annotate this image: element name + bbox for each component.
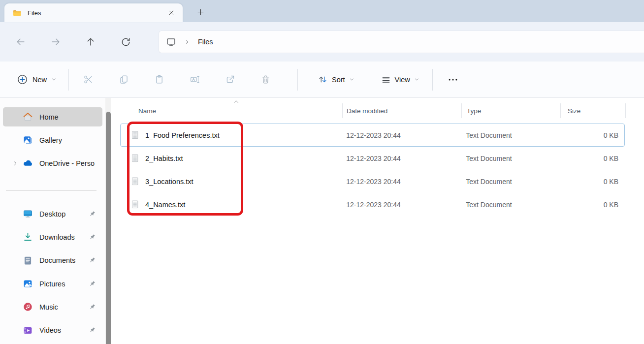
file-type: Text Document [461,155,559,162]
sidebar-item-onedrive[interactable]: OneDrive - Perso [3,154,102,173]
tab-folder-icon [12,8,22,18]
file-icon [131,154,139,163]
file-type: Text Document [461,201,559,209]
file-size: 0 KB [560,131,625,139]
file-size: 0 KB [560,178,625,186]
file-size: 0 KB [560,201,625,209]
breadcrumb-location[interactable]: Files [198,38,213,46]
documents-icon [23,255,33,266]
forward-icon[interactable] [45,31,66,52]
table-row[interactable]: 1_Food Preferences.txt 12-12-2023 20:44 … [120,124,625,147]
share-icon[interactable] [219,68,241,91]
sidebar-divider [6,190,97,191]
sidebar-item-downloads[interactable]: Downloads [3,227,102,247]
videos-icon [23,325,33,336]
sidebar-item-label: Desktop [39,210,88,218]
toolbar-divider [68,69,69,91]
sidebar-item-gallery[interactable]: Gallery [3,130,102,150]
file-name: 1_Food Preferences.txt [145,131,220,139]
file-icon [131,200,139,209]
file-name: 3_Locations.txt [145,178,193,186]
table-row[interactable]: 4_Names.txt 12-12-2023 20:44 Text Docume… [120,193,625,216]
sidebar-item-label: Home [39,113,102,121]
toolbar-divider [297,69,298,91]
sidebar-item-label: Videos [39,326,88,334]
file-name: 4_Names.txt [145,201,185,209]
rename-icon[interactable] [183,68,206,91]
tab-bar: Files [0,0,644,22]
column-header-size[interactable]: Size [561,103,626,118]
column-header-type[interactable]: Type [462,103,561,118]
sidebar: Home Gallery OneD [0,98,105,344]
sidebar-item-pictures[interactable]: Pictures [3,274,102,293]
sidebar-item-documents[interactable]: Documents [3,251,102,270]
tab-title: Files [28,9,41,17]
table-row[interactable]: 2_Habits.txt 12-12-2023 20:44 Text Docum… [120,147,625,170]
gallery-icon [23,135,33,145]
file-icon [131,177,139,186]
pin-icon [88,210,96,218]
column-header-row: Name Date modified Type Size [120,98,644,124]
expander-chevron-icon[interactable] [8,160,23,166]
view-icon [381,75,391,85]
file-date-modified: 12-12-2023 20:44 [342,131,461,139]
chevron-down-icon [349,77,354,82]
sidebar-item-home[interactable]: Home [3,107,102,126]
sidebar-item-music[interactable]: Music [3,297,102,316]
refresh-icon[interactable] [115,31,136,52]
sidebar-item-label: Gallery [39,136,102,144]
sidebar-item-label: Documents [39,256,88,264]
file-name: 2_Habits.txt [145,155,183,162]
toolbar-divider [432,69,433,91]
cut-icon[interactable] [77,68,99,91]
sidebar-scrollbar-thumb[interactable] [106,112,111,344]
this-pc-icon[interactable] [166,37,176,47]
content-area: Home Gallery OneD [0,98,644,344]
file-date-modified: 12-12-2023 20:44 [342,155,461,162]
pin-icon [88,280,96,288]
sidebar-scrollbar[interactable] [105,98,111,344]
tab-close-icon[interactable] [164,5,179,20]
view-button[interactable]: View [376,71,424,89]
column-header-name[interactable]: Name [120,103,343,118]
chevron-down-icon [414,77,419,82]
sort-asc-icon [232,98,240,105]
tab-files[interactable]: Files [4,3,183,22]
chevron-down-icon [51,77,57,82]
file-date-modified: 12-12-2023 20:44 [342,201,461,209]
sort-icon [318,74,328,85]
desktop-icon [23,209,33,219]
pin-icon [88,326,96,334]
sidebar-item-desktop[interactable]: Desktop [3,204,102,223]
back-icon[interactable] [10,31,32,52]
sidebar-item-label: OneDrive - Perso [39,159,102,167]
file-type: Text Document [461,131,559,139]
command-toolbar: New Sort V [0,62,644,98]
pin-icon [88,233,96,241]
new-button[interactable]: New [13,71,61,88]
view-button-label: View [395,76,410,84]
new-icon [17,74,28,85]
home-icon [23,112,33,122]
file-explorer-window: { "window": { "tab_title": "Files" }, "n… [0,0,644,344]
copy-icon[interactable] [112,68,135,91]
onedrive-icon [23,158,33,169]
new-tab-icon[interactable] [193,4,208,20]
file-list: Name Date modified Type Size 1_Food Pref… [111,98,644,344]
delete-icon[interactable] [254,68,277,91]
more-icon[interactable] [443,70,463,90]
sidebar-item-videos[interactable]: Videos [3,321,102,340]
file-type: Text Document [461,178,559,186]
sidebar-item-label: Pictures [39,280,88,288]
paste-icon[interactable] [148,68,170,91]
up-icon[interactable] [80,31,101,52]
music-icon [23,302,33,312]
file-icon [131,130,139,140]
table-row[interactable]: 3_Locations.txt 12-12-2023 20:44 Text Do… [120,170,625,193]
address-bar[interactable]: Files [159,31,644,53]
pin-icon [88,256,96,264]
column-header-date-modified[interactable]: Date modified [343,103,462,118]
sidebar-item-label: Music [39,303,88,311]
file-size: 0 KB [560,155,625,162]
sort-button[interactable]: Sort [313,70,359,89]
